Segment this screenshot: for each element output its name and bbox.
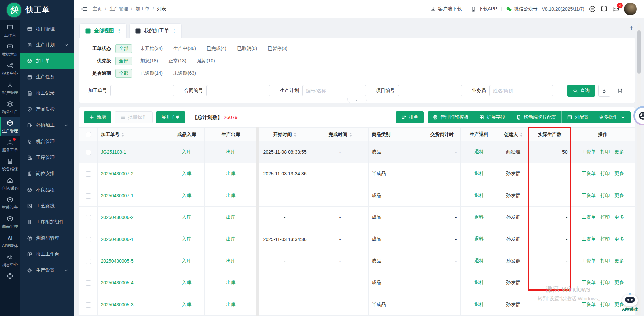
more-link[interactable]: 更多 xyxy=(614,149,624,154)
row-checkbox[interactable] xyxy=(86,193,91,199)
batch-operation-button[interactable]: 批量操作 xyxy=(115,111,153,123)
menu-item-machine[interactable]: 机台管理 xyxy=(20,134,74,150)
tab-options-icon[interactable]: ⋮ xyxy=(172,28,176,33)
messages-icon[interactable]: 4 xyxy=(612,5,620,13)
breadcrumb-production[interactable]: 生产管理 xyxy=(109,6,128,12)
print-link[interactable]: 打印 xyxy=(600,258,610,263)
order-no-link[interactable]: JG251108-1 xyxy=(101,149,126,155)
sort-caret-icon[interactable] xyxy=(121,133,124,137)
mobile-card-config-button[interactable]: 移动端卡片配置 xyxy=(511,111,561,123)
filter-option[interactable]: 已完成(4) xyxy=(207,46,226,52)
print-link[interactable]: 打印 xyxy=(600,236,610,242)
material-return-link[interactable]: 退料 xyxy=(474,171,484,176)
stock-out-link[interactable]: 出库 xyxy=(226,280,236,285)
col-order-no[interactable]: 加工单号 xyxy=(97,128,169,141)
print-template-button[interactable]: 管理打印模板 xyxy=(428,111,474,123)
material-return-link[interactable]: 退料 xyxy=(474,214,484,220)
print-link[interactable]: 打印 xyxy=(600,171,610,176)
scrollbar-thumb[interactable] xyxy=(637,30,641,74)
rail-item-warehouse[interactable]: 仓储/采购 xyxy=(0,174,20,194)
rail-item-data-screen[interactable]: 数据大屏 xyxy=(0,41,20,60)
print-link[interactable]: 打印 xyxy=(600,193,610,198)
production-plan-input[interactable] xyxy=(302,85,366,96)
more-link[interactable]: 更多 xyxy=(614,280,624,285)
filter-option[interactable]: 加急(18) xyxy=(140,58,158,64)
col-creator[interactable]: 创建人 xyxy=(498,128,529,141)
stock-in-link[interactable]: 入库 xyxy=(182,149,192,154)
row-checkbox[interactable] xyxy=(86,259,91,264)
more-link[interactable]: 更多 xyxy=(614,193,624,198)
payroll-link[interactable]: 工资单 xyxy=(582,236,596,242)
rail-item-production[interactable]: 生产管理 xyxy=(0,117,20,136)
payroll-link[interactable]: 工资单 xyxy=(582,149,596,154)
breadcrumb-home[interactable]: 主页 xyxy=(93,6,102,12)
filter-chip-all[interactable]: 全部 xyxy=(115,69,132,78)
sort-caret-icon[interactable] xyxy=(294,133,297,137)
menu-item-process-addon[interactable]: 工序附加组件 xyxy=(20,214,74,230)
filter-option[interactable]: 未逾期(63) xyxy=(173,70,196,76)
more-link[interactable]: 更多 xyxy=(614,258,624,263)
menu-item-outsourcing[interactable]: 外协加工 xyxy=(20,117,74,134)
salesman-input[interactable] xyxy=(489,85,553,96)
client-download-link[interactable]: 客户端下载 xyxy=(430,6,462,12)
stock-in-link[interactable]: 入库 xyxy=(182,214,192,220)
order-no-link[interactable]: 20250430006-2 xyxy=(101,215,134,220)
print-link[interactable]: 打印 xyxy=(600,214,610,220)
sort-caret-icon[interactable] xyxy=(349,133,352,137)
col-finish-time[interactable]: 完成时间 xyxy=(312,128,368,141)
order-no-link[interactable]: 20250430007-1 xyxy=(101,193,134,198)
material-return-link[interactable]: 退料 xyxy=(474,236,484,242)
payroll-link[interactable]: 工资单 xyxy=(582,258,596,263)
stock-out-link[interactable]: 出库 xyxy=(226,214,236,220)
expand-sub-orders-button[interactable]: 展开子单 xyxy=(156,111,185,123)
rail-item-ai-agent[interactable]: AI智能体 xyxy=(0,232,20,251)
stock-in-link[interactable]: 入库 xyxy=(182,236,192,242)
order-no-link[interactable]: 20250430005-3 xyxy=(101,302,134,307)
rail-item-report-center[interactable]: 报表中心 xyxy=(0,60,20,79)
menu-item-project[interactable]: 项目管理 xyxy=(20,21,74,37)
more-operations-button[interactable]: 更多操作 xyxy=(594,111,631,123)
collapse-filters-button[interactable] xyxy=(347,98,367,103)
menu-item-post-arrange[interactable]: 岗位安排 xyxy=(20,166,74,182)
filter-chip-all[interactable]: 全部 xyxy=(115,44,132,53)
schedule-button[interactable]: 排单 xyxy=(396,111,424,123)
menu-item-defect[interactable]: 不良品项 xyxy=(20,182,74,198)
rail-item-service-order[interactable]: 服务工单 xyxy=(0,136,20,155)
row-checkbox[interactable] xyxy=(86,171,91,177)
material-return-link[interactable]: 退料 xyxy=(474,258,484,263)
rail-item-customer[interactable]: 客户管理 xyxy=(0,79,20,98)
rail-item-lean[interactable]: 精益生产 xyxy=(0,98,20,117)
download-app-link[interactable]: 下载APP xyxy=(471,6,497,12)
stock-out-link[interactable]: 出库 xyxy=(226,258,236,263)
order-no-link[interactable]: 20250430006-1 xyxy=(101,236,134,242)
row-checkbox[interactable] xyxy=(86,237,91,242)
menu-item-production-settings[interactable]: 生产设置 xyxy=(20,262,74,278)
filter-option[interactable]: 正常(13) xyxy=(169,58,186,64)
rail-item-workbench[interactable]: 工作台 xyxy=(0,21,20,41)
clear-filters-button[interactable] xyxy=(598,85,610,97)
tab-all-view[interactable]: 全部视图⋮ xyxy=(79,23,127,38)
menu-item-work-order[interactable]: 加工单 xyxy=(20,53,74,69)
filter-option[interactable]: 已暂停(3) xyxy=(268,46,287,52)
row-checkbox[interactable] xyxy=(86,215,91,220)
tab-my-orders[interactable]: 我的加工单⋮ xyxy=(129,23,182,38)
contract-no-input[interactable] xyxy=(206,85,270,96)
stock-in-link[interactable]: 入库 xyxy=(182,258,192,263)
payroll-link[interactable]: 工资单 xyxy=(582,214,596,220)
filter-option[interactable]: 生产中(36) xyxy=(173,46,196,52)
row-checkbox[interactable] xyxy=(86,150,91,155)
more-link[interactable]: 更多 xyxy=(614,171,624,176)
user-avatar[interactable] xyxy=(624,3,637,15)
menu-item-work-report[interactable]: 报工记录 xyxy=(20,85,74,101)
help-docs-icon[interactable] xyxy=(600,5,608,13)
customer-service-icon[interactable] xyxy=(589,5,596,13)
filter-chip-all[interactable]: 全部 xyxy=(115,57,132,65)
stock-in-link[interactable]: 入库 xyxy=(182,171,192,176)
order-no-link[interactable]: 20250430005-4 xyxy=(101,280,134,285)
rail-item-goods[interactable]: 商品管理 xyxy=(0,213,20,232)
extend-fields-button[interactable]: 扩展字段 xyxy=(474,111,511,123)
material-return-link[interactable]: 退料 xyxy=(474,302,484,307)
payroll-link[interactable]: 工资单 xyxy=(582,193,596,198)
sidebar-collapse-button[interactable] xyxy=(80,6,87,12)
payroll-link[interactable]: 工资单 xyxy=(582,171,596,176)
